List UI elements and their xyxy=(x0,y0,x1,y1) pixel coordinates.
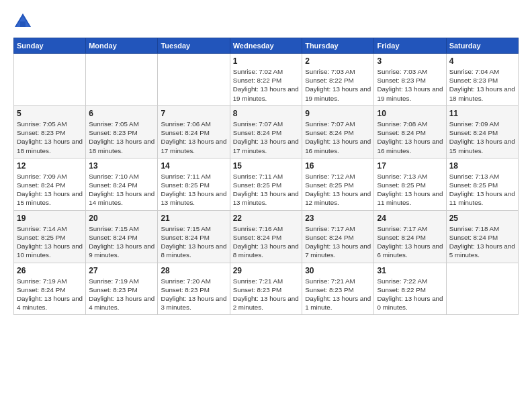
calendar-cell: 4Sunrise: 7:04 AM Sunset: 8:23 PM Daylig… xyxy=(446,54,518,106)
day-info: Sunrise: 7:07 AM Sunset: 8:24 PM Dayligh… xyxy=(305,120,371,155)
calendar-cell: 30Sunrise: 7:21 AM Sunset: 8:23 PM Dayli… xyxy=(302,263,374,315)
day-info: Sunrise: 7:02 AM Sunset: 8:22 PM Dayligh… xyxy=(233,67,299,103)
calendar-week-row: 19Sunrise: 7:14 AM Sunset: 8:25 PM Dayli… xyxy=(14,210,519,263)
day-number: 21 xyxy=(161,214,226,223)
calendar-cell: 5Sunrise: 7:05 AM Sunset: 8:23 PM Daylig… xyxy=(14,105,86,158)
calendar-cell: 15Sunrise: 7:11 AM Sunset: 8:25 PM Dayli… xyxy=(230,158,302,210)
day-info: Sunrise: 7:13 AM Sunset: 8:25 PM Dayligh… xyxy=(377,172,443,208)
logo xyxy=(13,12,35,31)
calendar-cell: 3Sunrise: 7:03 AM Sunset: 8:23 PM Daylig… xyxy=(374,54,446,106)
calendar-day-header: Sunday xyxy=(14,38,86,54)
day-info: Sunrise: 7:06 AM Sunset: 8:24 PM Dayligh… xyxy=(161,120,226,155)
day-info: Sunrise: 7:14 AM Sunset: 8:25 PM Dayligh… xyxy=(17,224,83,260)
day-number: 1 xyxy=(233,56,299,66)
calendar-cell: 9Sunrise: 7:07 AM Sunset: 8:24 PM Daylig… xyxy=(302,105,374,158)
day-number: 7 xyxy=(161,109,226,118)
day-info: Sunrise: 7:11 AM Sunset: 8:25 PM Dayligh… xyxy=(161,172,226,208)
calendar-week-row: 26Sunrise: 7:19 AM Sunset: 8:24 PM Dayli… xyxy=(14,263,519,315)
calendar-day-header: Tuesday xyxy=(158,38,230,54)
calendar-cell: 23Sunrise: 7:17 AM Sunset: 8:24 PM Dayli… xyxy=(302,210,374,263)
calendar-week-row: 12Sunrise: 7:09 AM Sunset: 8:24 PM Dayli… xyxy=(14,158,519,210)
svg-rect-2 xyxy=(20,21,26,27)
calendar-day-header: Friday xyxy=(374,38,446,54)
calendar-cell: 12Sunrise: 7:09 AM Sunset: 8:24 PM Dayli… xyxy=(14,158,86,210)
day-number: 28 xyxy=(161,266,226,275)
day-info: Sunrise: 7:11 AM Sunset: 8:25 PM Dayligh… xyxy=(233,172,299,208)
calendar-day-header: Wednesday xyxy=(230,38,302,54)
calendar-cell: 17Sunrise: 7:13 AM Sunset: 8:25 PM Dayli… xyxy=(374,158,446,210)
day-number: 30 xyxy=(305,266,371,275)
calendar-cell: 21Sunrise: 7:15 AM Sunset: 8:24 PM Dayli… xyxy=(158,210,230,263)
day-info: Sunrise: 7:18 AM Sunset: 8:24 PM Dayligh… xyxy=(449,224,515,260)
calendar-cell: 31Sunrise: 7:22 AM Sunset: 8:22 PM Dayli… xyxy=(374,263,446,315)
calendar-cell: 2Sunrise: 7:03 AM Sunset: 8:22 PM Daylig… xyxy=(302,54,374,106)
calendar-cell: 1Sunrise: 7:02 AM Sunset: 8:22 PM Daylig… xyxy=(230,54,302,106)
calendar-cell xyxy=(446,263,518,315)
day-info: Sunrise: 7:09 AM Sunset: 8:24 PM Dayligh… xyxy=(449,120,515,155)
day-number: 19 xyxy=(17,214,83,223)
day-info: Sunrise: 7:05 AM Sunset: 8:23 PM Dayligh… xyxy=(17,120,83,155)
calendar-cell: 25Sunrise: 7:18 AM Sunset: 8:24 PM Dayli… xyxy=(446,210,518,263)
day-info: Sunrise: 7:17 AM Sunset: 8:24 PM Dayligh… xyxy=(305,224,371,260)
calendar-cell xyxy=(158,54,230,106)
day-number: 4 xyxy=(449,56,515,66)
day-info: Sunrise: 7:10 AM Sunset: 8:24 PM Dayligh… xyxy=(89,172,154,208)
day-info: Sunrise: 7:12 AM Sunset: 8:25 PM Dayligh… xyxy=(305,172,371,208)
day-number: 10 xyxy=(377,109,443,118)
day-number: 6 xyxy=(89,109,154,118)
day-number: 5 xyxy=(17,109,83,118)
day-info: Sunrise: 7:09 AM Sunset: 8:24 PM Dayligh… xyxy=(17,172,83,208)
day-info: Sunrise: 7:04 AM Sunset: 8:23 PM Dayligh… xyxy=(449,67,515,103)
calendar-cell: 10Sunrise: 7:08 AM Sunset: 8:24 PM Dayli… xyxy=(374,105,446,158)
day-info: Sunrise: 7:22 AM Sunset: 8:22 PM Dayligh… xyxy=(377,277,443,312)
day-info: Sunrise: 7:21 AM Sunset: 8:23 PM Dayligh… xyxy=(233,277,299,312)
calendar-cell: 19Sunrise: 7:14 AM Sunset: 8:25 PM Dayli… xyxy=(14,210,86,263)
day-number: 8 xyxy=(233,109,299,118)
calendar-cell: 14Sunrise: 7:11 AM Sunset: 8:25 PM Dayli… xyxy=(158,158,230,210)
day-info: Sunrise: 7:16 AM Sunset: 8:24 PM Dayligh… xyxy=(233,224,299,260)
calendar-cell: 24Sunrise: 7:17 AM Sunset: 8:24 PM Dayli… xyxy=(374,210,446,263)
calendar-cell: 22Sunrise: 7:16 AM Sunset: 8:24 PM Dayli… xyxy=(230,210,302,263)
day-number: 24 xyxy=(377,214,443,223)
day-number: 22 xyxy=(233,214,299,223)
calendar-cell: 6Sunrise: 7:05 AM Sunset: 8:23 PM Daylig… xyxy=(86,105,158,158)
page: SundayMondayTuesdayWednesdayThursdayFrid… xyxy=(0,0,532,322)
day-info: Sunrise: 7:03 AM Sunset: 8:22 PM Dayligh… xyxy=(305,67,371,103)
day-number: 27 xyxy=(89,266,154,275)
calendar-cell: 18Sunrise: 7:13 AM Sunset: 8:25 PM Dayli… xyxy=(446,158,518,210)
day-number: 20 xyxy=(89,214,154,223)
day-number: 23 xyxy=(305,214,371,223)
day-info: Sunrise: 7:07 AM Sunset: 8:24 PM Dayligh… xyxy=(233,120,299,155)
day-number: 3 xyxy=(377,56,443,66)
day-number: 16 xyxy=(305,161,371,171)
day-number: 2 xyxy=(305,56,371,66)
calendar-day-header: Monday xyxy=(86,38,158,54)
calendar-header-row: SundayMondayTuesdayWednesdayThursdayFrid… xyxy=(14,38,519,54)
calendar-week-row: 1Sunrise: 7:02 AM Sunset: 8:22 PM Daylig… xyxy=(14,54,519,106)
day-number: 14 xyxy=(161,161,226,171)
day-number: 17 xyxy=(377,161,443,171)
calendar-cell: 11Sunrise: 7:09 AM Sunset: 8:24 PM Dayli… xyxy=(446,105,518,158)
day-info: Sunrise: 7:15 AM Sunset: 8:24 PM Dayligh… xyxy=(89,224,154,260)
calendar-cell: 13Sunrise: 7:10 AM Sunset: 8:24 PM Dayli… xyxy=(86,158,158,210)
calendar-cell: 28Sunrise: 7:20 AM Sunset: 8:23 PM Dayli… xyxy=(158,263,230,315)
calendar-cell: 26Sunrise: 7:19 AM Sunset: 8:24 PM Dayli… xyxy=(14,263,86,315)
day-info: Sunrise: 7:03 AM Sunset: 8:23 PM Dayligh… xyxy=(377,67,443,103)
header xyxy=(13,12,519,31)
day-info: Sunrise: 7:17 AM Sunset: 8:24 PM Dayligh… xyxy=(377,224,443,260)
day-info: Sunrise: 7:20 AM Sunset: 8:23 PM Dayligh… xyxy=(161,277,226,312)
day-info: Sunrise: 7:19 AM Sunset: 8:23 PM Dayligh… xyxy=(89,277,154,312)
calendar-cell: 8Sunrise: 7:07 AM Sunset: 8:24 PM Daylig… xyxy=(230,105,302,158)
calendar-cell: 27Sunrise: 7:19 AM Sunset: 8:23 PM Dayli… xyxy=(86,263,158,315)
day-number: 11 xyxy=(449,109,515,118)
day-number: 25 xyxy=(449,214,515,223)
day-number: 9 xyxy=(305,109,371,118)
day-info: Sunrise: 7:08 AM Sunset: 8:24 PM Dayligh… xyxy=(377,120,443,155)
day-info: Sunrise: 7:05 AM Sunset: 8:23 PM Dayligh… xyxy=(89,120,154,155)
logo-icon xyxy=(13,12,32,31)
calendar-table: SundayMondayTuesdayWednesdayThursdayFrid… xyxy=(13,38,519,315)
calendar-day-header: Thursday xyxy=(302,38,374,54)
day-number: 13 xyxy=(89,161,154,171)
day-info: Sunrise: 7:21 AM Sunset: 8:23 PM Dayligh… xyxy=(305,277,371,312)
day-info: Sunrise: 7:15 AM Sunset: 8:24 PM Dayligh… xyxy=(161,224,226,260)
